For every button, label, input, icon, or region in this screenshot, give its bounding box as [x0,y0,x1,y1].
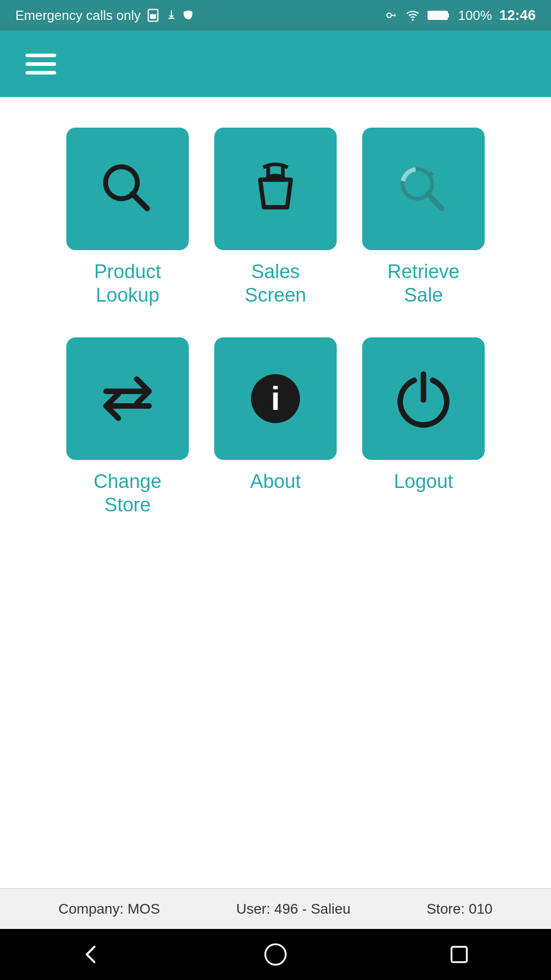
product-lookup-label: ProductLookup [94,260,161,307]
footer-user: User: 496 - Salieu [236,901,350,917]
footer: Company: MOS User: 496 - Salieu Store: 0… [0,888,551,929]
home-icon [263,942,288,967]
wifi-icon [405,9,420,22]
footer-company: Company: MOS [59,901,160,917]
sales-screen-item[interactable]: SalesScreen [214,128,337,307]
change-store-icon-box [66,337,189,460]
menu-row-2: ChangeStore i About Logout [31,337,520,517]
footer-store: Store: 010 [427,901,492,917]
transfer-icon [97,368,158,429]
status-bar: Emergency calls only 100% 12:46 [0,0,551,31]
info-icon: i [245,368,306,429]
svg-text:i: i [271,380,280,417]
svg-rect-20 [452,947,467,962]
home-button[interactable] [255,934,296,975]
back-button[interactable] [71,934,112,975]
key-icon [385,9,398,22]
svg-line-13 [428,194,442,209]
app-header [0,31,551,97]
status-left: Emergency calls only [15,8,195,23]
search-icon [97,158,158,219]
main-content: ProductLookup SalesScreen [0,97,551,888]
usb-icon [165,9,178,21]
menu-button[interactable] [20,48,61,80]
emergency-text: Emergency calls only [15,8,141,23]
retrieve-sale-item[interactable]: RetrieveSale [362,128,485,307]
logout-item[interactable]: Logout [362,337,485,517]
hamburger-line-3 [26,71,56,75]
back-icon [79,942,105,967]
battery-icon [428,9,451,22]
status-right: 100% 12:46 [385,7,536,23]
logout-label: Logout [394,470,453,494]
time-display: 12:46 [499,7,536,23]
recents-button[interactable] [439,934,480,975]
power-icon [393,368,454,429]
about-label: About [250,470,300,494]
svg-line-7 [133,194,147,209]
product-lookup-icon-box [66,128,189,250]
hamburger-line-1 [26,54,56,57]
retrieve-sale-label: RetrieveSale [387,260,460,307]
shield-icon [183,9,195,21]
hamburger-line-2 [26,62,56,66]
svg-point-2 [387,13,391,18]
bag-icon [245,158,306,219]
menu-row-1: ProductLookup SalesScreen [31,128,520,307]
svg-rect-5 [429,12,446,18]
recents-icon [446,942,472,967]
about-item[interactable]: i About [214,337,337,517]
retrieve-icon [393,158,454,219]
svg-point-3 [412,19,413,20]
change-store-item[interactable]: ChangeStore [66,337,189,517]
sales-screen-icon-box [214,128,337,250]
retrieve-sale-icon-box [362,128,485,250]
sales-screen-label: SalesScreen [245,260,306,307]
svg-point-19 [265,944,286,965]
svg-rect-1 [150,14,156,19]
about-icon-box: i [214,337,337,460]
logout-icon-box [362,337,485,460]
product-lookup-item[interactable]: ProductLookup [66,128,189,307]
sim-icon [146,8,160,22]
nav-bar [0,929,551,980]
change-store-label: ChangeStore [93,470,161,517]
battery-percent: 100% [458,8,492,23]
